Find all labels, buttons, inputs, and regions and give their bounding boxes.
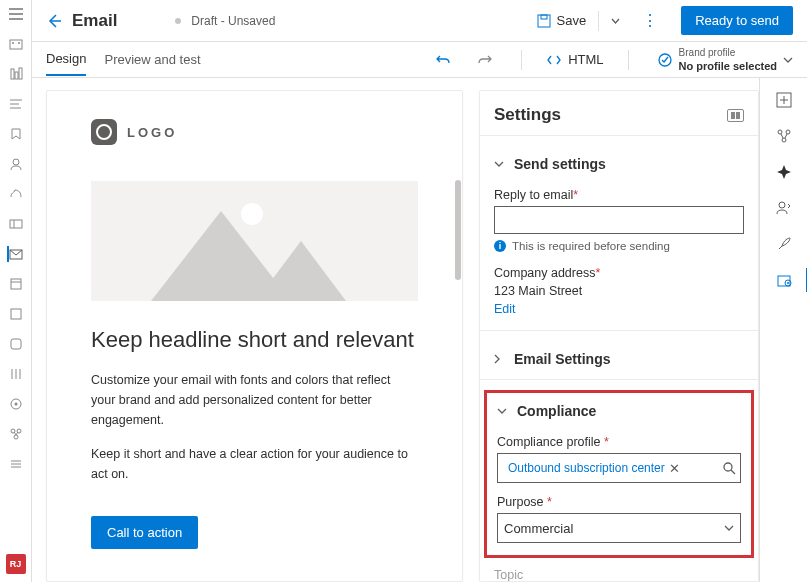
rail-sparkle-icon[interactable] — [776, 164, 792, 180]
rail-item-10[interactable] — [8, 306, 24, 322]
rail-item-5[interactable] — [8, 156, 24, 172]
svg-rect-6 — [11, 69, 14, 79]
compliance-profile-pill: Outbound subscription center ✕ — [502, 459, 686, 478]
compliance-highlight: Compliance Compliance profile * Outbound… — [484, 390, 754, 558]
back-arrow-icon[interactable] — [46, 13, 62, 29]
chevron-down-icon — [783, 57, 793, 63]
svg-point-42 — [778, 130, 782, 134]
body-text-2[interactable]: Keep it short and have a clear action fo… — [91, 444, 418, 484]
edit-company-link[interactable]: Edit — [494, 302, 516, 316]
body-text-1[interactable]: Customize your email with fonts and colo… — [91, 370, 418, 430]
svg-rect-19 — [11, 339, 21, 349]
reply-to-label: Reply to email* — [494, 188, 744, 202]
hero-image-placeholder[interactable] — [91, 181, 418, 301]
rail-item-14[interactable] — [8, 426, 24, 442]
save-button[interactable]: Save — [531, 7, 627, 35]
rail-item-4[interactable] — [8, 126, 24, 142]
rail-item-12[interactable] — [8, 366, 24, 382]
status-dot-icon — [175, 18, 181, 24]
rail-item-13[interactable] — [8, 396, 24, 412]
settings-panel: Settings Send settings Reply to email* i… — [479, 90, 759, 582]
purpose-select[interactable]: Commercial — [497, 513, 741, 543]
svg-point-43 — [786, 130, 790, 134]
right-tool-rail — [759, 78, 807, 582]
headline-text[interactable]: Keep headline short and relevant — [91, 325, 418, 356]
logo-block[interactable]: LOGO — [91, 119, 418, 145]
svg-point-44 — [782, 138, 786, 142]
rail-item-1[interactable] — [8, 36, 24, 52]
hamburger-icon[interactable] — [8, 6, 24, 22]
search-icon[interactable] — [722, 461, 736, 475]
page-title: Email — [72, 11, 117, 31]
svg-rect-34 — [538, 15, 550, 27]
svg-point-50 — [787, 282, 789, 284]
logo-icon — [91, 119, 117, 145]
svg-point-27 — [14, 435, 18, 439]
compliance-profile-input[interactable]: Outbound subscription center ✕ — [497, 453, 741, 483]
brand-profile-selector[interactable]: Brand profileNo profile selected — [657, 47, 793, 73]
company-address-value: 123 Main Street — [494, 284, 744, 298]
cta-button[interactable]: Call to action — [91, 516, 198, 549]
svg-rect-48 — [778, 276, 790, 286]
svg-point-12 — [13, 159, 19, 165]
html-view-button[interactable]: HTML — [546, 52, 603, 67]
remove-pill-icon[interactable]: ✕ — [669, 461, 680, 476]
svg-point-47 — [779, 202, 785, 208]
main-area: LOGO Keep headline short and relevant Cu… — [32, 78, 759, 582]
logo-text: LOGO — [127, 125, 177, 140]
info-icon: i — [494, 240, 506, 252]
brand-profile-icon — [657, 52, 673, 68]
rail-add-icon[interactable] — [776, 92, 792, 108]
undo-button[interactable] — [431, 48, 455, 72]
settings-title: Settings — [494, 105, 561, 125]
svg-point-4 — [12, 42, 14, 44]
topic-label: Topic — [494, 568, 744, 582]
app-left-rail: RJ — [0, 0, 32, 582]
page-header: Email Draft - Unsaved Save ⋮ Ready to se… — [32, 0, 807, 42]
svg-rect-16 — [11, 279, 21, 289]
svg-rect-18 — [11, 309, 21, 319]
svg-line-38 — [731, 470, 735, 474]
email-canvas[interactable]: LOGO Keep headline short and relevant Cu… — [46, 90, 463, 582]
section-email-settings[interactable]: Email Settings — [494, 341, 744, 377]
rail-branching-icon[interactable] — [776, 128, 792, 144]
more-menu-button[interactable]: ⋮ — [636, 11, 665, 30]
rail-item-email[interactable] — [7, 246, 23, 262]
code-icon — [546, 53, 562, 67]
save-icon — [537, 14, 551, 28]
svg-rect-35 — [541, 15, 547, 19]
tab-preview[interactable]: Preview and test — [104, 44, 200, 75]
purpose-label: Purpose * — [497, 495, 741, 509]
chevron-down-icon — [724, 525, 734, 531]
detach-panel-icon[interactable] — [727, 109, 744, 122]
canvas-scrollbar[interactable] — [455, 180, 461, 280]
rail-item-15[interactable] — [8, 456, 24, 472]
status-text: Draft - Unsaved — [191, 14, 275, 28]
rail-item-11[interactable] — [8, 336, 24, 352]
chevron-down-icon[interactable] — [611, 18, 620, 24]
svg-point-5 — [18, 42, 20, 44]
rail-settings-icon[interactable] — [776, 272, 792, 288]
reply-to-error: i This is required before sending — [494, 240, 744, 252]
rail-item-2[interactable] — [8, 66, 24, 82]
redo-button[interactable] — [473, 48, 497, 72]
ready-to-send-button[interactable]: Ready to send — [681, 6, 793, 35]
user-avatar[interactable]: RJ — [6, 554, 26, 574]
svg-rect-7 — [15, 72, 18, 79]
reply-to-input[interactable] — [494, 206, 744, 234]
section-compliance[interactable]: Compliance — [497, 403, 741, 429]
company-address-label: Company address* — [494, 266, 744, 280]
section-send-settings[interactable]: Send settings — [494, 146, 744, 182]
rail-item-6[interactable] — [8, 186, 24, 202]
compliance-profile-label: Compliance profile * — [497, 435, 741, 449]
rail-item-9[interactable] — [8, 276, 24, 292]
rail-rocket-icon[interactable] — [776, 236, 792, 252]
svg-rect-8 — [19, 68, 22, 79]
rail-item-3[interactable] — [8, 96, 24, 112]
svg-point-37 — [724, 463, 732, 471]
svg-rect-13 — [10, 220, 22, 228]
rail-personalize-icon[interactable] — [776, 200, 792, 216]
svg-point-24 — [14, 403, 17, 406]
rail-item-7[interactable] — [8, 216, 24, 232]
tab-design[interactable]: Design — [46, 43, 86, 76]
